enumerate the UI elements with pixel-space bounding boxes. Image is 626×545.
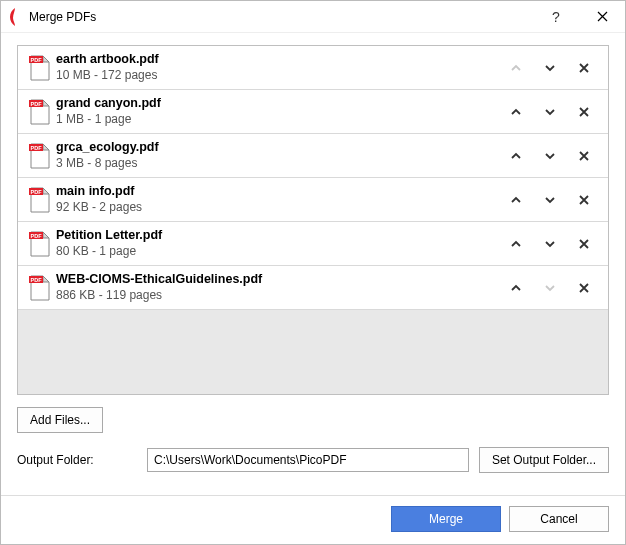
move-up-button[interactable] xyxy=(506,102,526,122)
move-down-button[interactable] xyxy=(540,58,560,78)
remove-button[interactable] xyxy=(574,58,594,78)
file-row[interactable]: PDFgrca_ecology.pdf3 MB - 8 pages xyxy=(18,134,608,178)
file-row[interactable]: PDFPetition Letter.pdf80 KB - 1 page xyxy=(18,222,608,266)
file-row[interactable]: PDFWEB-CIOMS-EthicalGuidelines.pdf886 KB… xyxy=(18,266,608,310)
svg-text:PDF: PDF xyxy=(31,189,43,195)
remove-button[interactable] xyxy=(574,190,594,210)
close-button[interactable] xyxy=(579,1,625,33)
output-folder-input[interactable] xyxy=(147,448,469,472)
svg-text:PDF: PDF xyxy=(31,233,43,239)
file-name: grand canyon.pdf xyxy=(56,96,506,112)
move-up-button[interactable] xyxy=(506,190,526,210)
dialog-title: Merge PDFs xyxy=(29,10,533,24)
help-button[interactable]: ? xyxy=(533,1,579,33)
row-controls xyxy=(506,278,600,298)
dialog-body: PDFearth artbook.pdf10 MB - 172 pagesPDF… xyxy=(1,33,625,495)
move-down-button[interactable] xyxy=(540,190,560,210)
move-up-button[interactable] xyxy=(506,278,526,298)
remove-button[interactable] xyxy=(574,102,594,122)
file-text: grand canyon.pdf1 MB - 1 page xyxy=(54,96,506,127)
remove-button[interactable] xyxy=(574,234,594,254)
merge-pdfs-dialog: Merge PDFs ? PDFearth artbook.pdf10 MB -… xyxy=(0,0,626,545)
file-text: main info.pdf92 KB - 2 pages xyxy=(54,184,506,215)
file-name: grca_ecology.pdf xyxy=(56,140,506,156)
file-text: WEB-CIOMS-EthicalGuidelines.pdf886 KB - … xyxy=(54,272,506,303)
move-up-button xyxy=(506,58,526,78)
file-row[interactable]: PDFearth artbook.pdf10 MB - 172 pages xyxy=(18,46,608,90)
row-controls xyxy=(506,146,600,166)
svg-text:PDF: PDF xyxy=(31,57,43,63)
pdf-icon: PDF xyxy=(24,98,54,126)
row-controls xyxy=(506,58,600,78)
output-row: Output Folder: Set Output Folder... xyxy=(17,447,609,473)
file-meta: 92 KB - 2 pages xyxy=(56,200,506,215)
remove-button[interactable] xyxy=(574,278,594,298)
file-name: main info.pdf xyxy=(56,184,506,200)
file-name: Petition Letter.pdf xyxy=(56,228,506,244)
file-text: grca_ecology.pdf3 MB - 8 pages xyxy=(54,140,506,171)
dialog-footer: Merge Cancel xyxy=(1,495,625,544)
move-down-button[interactable] xyxy=(540,146,560,166)
pdf-icon: PDF xyxy=(24,54,54,82)
pdf-icon: PDF xyxy=(24,274,54,302)
file-meta: 886 KB - 119 pages xyxy=(56,288,506,303)
file-meta: 10 MB - 172 pages xyxy=(56,68,506,83)
set-output-folder-button[interactable]: Set Output Folder... xyxy=(479,447,609,473)
file-name: WEB-CIOMS-EthicalGuidelines.pdf xyxy=(56,272,506,288)
row-controls xyxy=(506,190,600,210)
move-down-button xyxy=(540,278,560,298)
titlebar: Merge PDFs ? xyxy=(1,1,625,33)
file-row[interactable]: PDFmain info.pdf92 KB - 2 pages xyxy=(18,178,608,222)
pdf-icon: PDF xyxy=(24,142,54,170)
move-up-button[interactable] xyxy=(506,146,526,166)
file-name: earth artbook.pdf xyxy=(56,52,506,68)
file-meta: 1 MB - 1 page xyxy=(56,112,506,127)
add-files-button[interactable]: Add Files... xyxy=(17,407,103,433)
app-icon xyxy=(1,8,29,26)
svg-text:PDF: PDF xyxy=(31,101,43,107)
output-folder-label: Output Folder: xyxy=(17,453,137,467)
svg-text:PDF: PDF xyxy=(31,277,43,283)
file-meta: 3 MB - 8 pages xyxy=(56,156,506,171)
file-text: Petition Letter.pdf80 KB - 1 page xyxy=(54,228,506,259)
file-row[interactable]: PDFgrand canyon.pdf1 MB - 1 page xyxy=(18,90,608,134)
file-list: PDFearth artbook.pdf10 MB - 172 pagesPDF… xyxy=(17,45,609,395)
merge-button[interactable]: Merge xyxy=(391,506,501,532)
pdf-icon: PDF xyxy=(24,186,54,214)
remove-button[interactable] xyxy=(574,146,594,166)
row-controls xyxy=(506,234,600,254)
svg-text:PDF: PDF xyxy=(31,145,43,151)
row-controls xyxy=(506,102,600,122)
file-meta: 80 KB - 1 page xyxy=(56,244,506,259)
file-text: earth artbook.pdf10 MB - 172 pages xyxy=(54,52,506,83)
pdf-icon: PDF xyxy=(24,230,54,258)
move-up-button[interactable] xyxy=(506,234,526,254)
move-down-button[interactable] xyxy=(540,102,560,122)
move-down-button[interactable] xyxy=(540,234,560,254)
cancel-button[interactable]: Cancel xyxy=(509,506,609,532)
